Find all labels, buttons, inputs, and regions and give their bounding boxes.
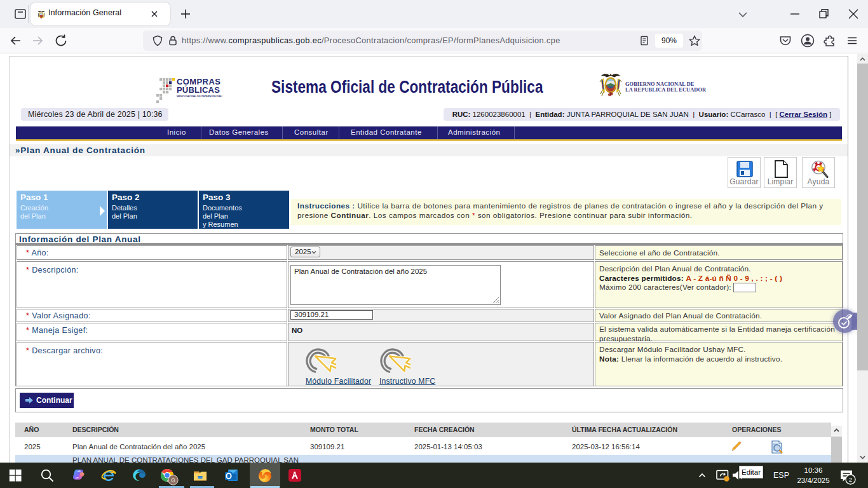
svg-text:2: 2 xyxy=(849,476,852,483)
svg-text:PÚBLICAS: PÚBLICAS xyxy=(177,85,220,95)
svg-text:SERVICIO NACIONAL DE CONTRATAC: SERVICIO NACIONAL DE CONTRATACIÓN PÚBLIC… xyxy=(177,95,222,98)
svg-text:G: G xyxy=(171,477,175,484)
